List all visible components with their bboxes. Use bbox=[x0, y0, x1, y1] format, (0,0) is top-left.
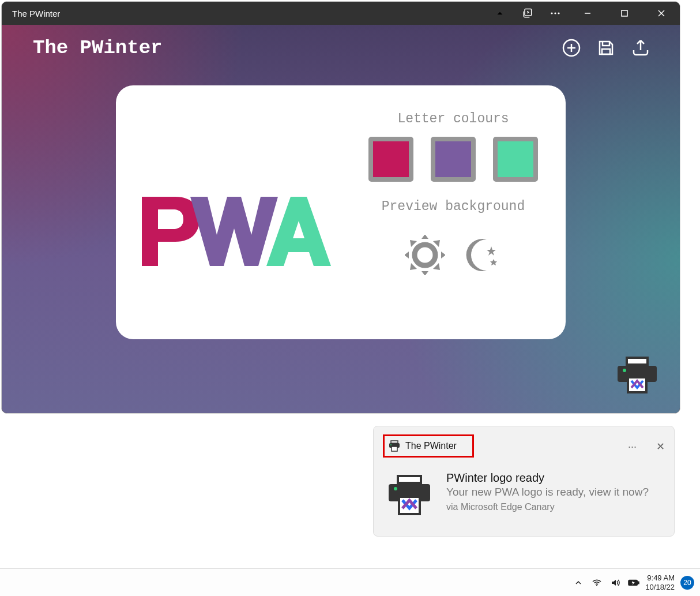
svg-rect-11 bbox=[602, 49, 610, 54]
controls-column: Letter colours Preview background bbox=[352, 111, 554, 328]
close-button[interactable] bbox=[643, 2, 680, 25]
titlebar-controls bbox=[486, 2, 680, 25]
editor-card: Letter colours Preview background bbox=[116, 85, 566, 339]
notification-more-button[interactable]: ··· bbox=[628, 441, 637, 453]
svg-marker-14 bbox=[421, 271, 428, 275]
notification-count-badge[interactable]: 20 bbox=[680, 576, 694, 590]
add-button[interactable] bbox=[561, 38, 582, 58]
moon-icon[interactable] bbox=[461, 235, 502, 275]
svg-point-12 bbox=[415, 245, 435, 265]
wifi-icon[interactable] bbox=[591, 577, 603, 588]
volume-icon[interactable] bbox=[609, 577, 621, 588]
taskbar[interactable]: 9:49 AM 10/18/22 20 bbox=[0, 568, 700, 596]
app-body: The PWinter bbox=[2, 25, 680, 413]
svg-point-33 bbox=[596, 585, 597, 586]
svg-point-3 bbox=[558, 12, 559, 14]
background-toggles bbox=[405, 235, 502, 275]
svg-rect-5 bbox=[622, 10, 627, 16]
letter-colours-label: Letter colours bbox=[397, 111, 509, 126]
app-header: The PWinter bbox=[19, 31, 663, 65]
svg-marker-13 bbox=[421, 235, 428, 239]
notification-toast[interactable]: The PWinter ··· ✕ PWinter logo ready You… bbox=[373, 426, 675, 537]
chevron-up-icon[interactable] bbox=[486, 2, 514, 25]
date-text: 10/18/22 bbox=[645, 583, 675, 592]
svg-marker-21 bbox=[487, 246, 496, 256]
clock[interactable]: 9:49 AM 10/18/22 bbox=[645, 573, 675, 591]
titlebar[interactable]: The PWinter bbox=[2, 2, 680, 25]
svg-point-2 bbox=[554, 12, 556, 14]
share-button[interactable] bbox=[630, 38, 651, 58]
preview-background-label: Preview background bbox=[382, 199, 525, 214]
notification-text: PWinter logo ready Your new PWA logo is … bbox=[446, 471, 665, 518]
time-text: 9:49 AM bbox=[645, 573, 675, 583]
tray-chevron-up-icon[interactable] bbox=[573, 577, 584, 588]
minimize-button[interactable] bbox=[569, 2, 606, 25]
notification-via: via Microsoft Edge Canary bbox=[446, 502, 665, 512]
notification-close-button[interactable]: ✕ bbox=[656, 440, 665, 453]
svg-marker-22 bbox=[490, 259, 497, 265]
notification-app-name: The PWinter bbox=[405, 441, 457, 451]
printer-small-icon bbox=[388, 440, 401, 452]
notification-app-badge: The PWinter bbox=[383, 434, 474, 458]
notification-large-icon bbox=[386, 471, 432, 518]
logo-preview bbox=[142, 111, 352, 328]
svg-point-31 bbox=[394, 487, 397, 490]
devtools-icon[interactable] bbox=[514, 2, 541, 25]
svg-marker-16 bbox=[441, 252, 445, 258]
app-title: The PWinter bbox=[33, 37, 162, 59]
svg-rect-26 bbox=[391, 441, 398, 443]
svg-point-28 bbox=[390, 444, 392, 445]
svg-point-1 bbox=[551, 12, 552, 14]
app-actions bbox=[561, 38, 663, 58]
maximize-button[interactable] bbox=[606, 2, 643, 25]
notification-title: PWinter logo ready bbox=[446, 471, 665, 485]
svg-point-24 bbox=[623, 369, 626, 372]
tray-icons bbox=[573, 577, 639, 588]
swatch-w[interactable] bbox=[431, 137, 476, 182]
svg-rect-30 bbox=[398, 476, 421, 483]
svg-rect-35 bbox=[638, 582, 639, 584]
swatch-p[interactable] bbox=[368, 137, 413, 182]
svg-rect-29 bbox=[392, 447, 397, 451]
svg-marker-15 bbox=[405, 252, 409, 258]
notification-subtitle: Your new PWA logo is ready, view it now? bbox=[446, 486, 665, 498]
colour-swatches bbox=[368, 137, 538, 182]
swatch-a[interactable] bbox=[493, 137, 538, 182]
more-icon[interactable] bbox=[541, 2, 569, 25]
save-button[interactable] bbox=[596, 38, 616, 58]
battery-icon[interactable] bbox=[628, 577, 639, 588]
printer-icon[interactable] bbox=[616, 354, 658, 396]
window-title: The PWinter bbox=[12, 9, 60, 18]
svg-rect-23 bbox=[627, 358, 648, 365]
notification-controls: ··· ✕ bbox=[628, 440, 665, 453]
sun-icon[interactable] bbox=[405, 235, 445, 275]
notification-body: PWinter logo ready Your new PWA logo is … bbox=[383, 471, 665, 518]
app-window: The PWinter bbox=[1, 1, 680, 414]
